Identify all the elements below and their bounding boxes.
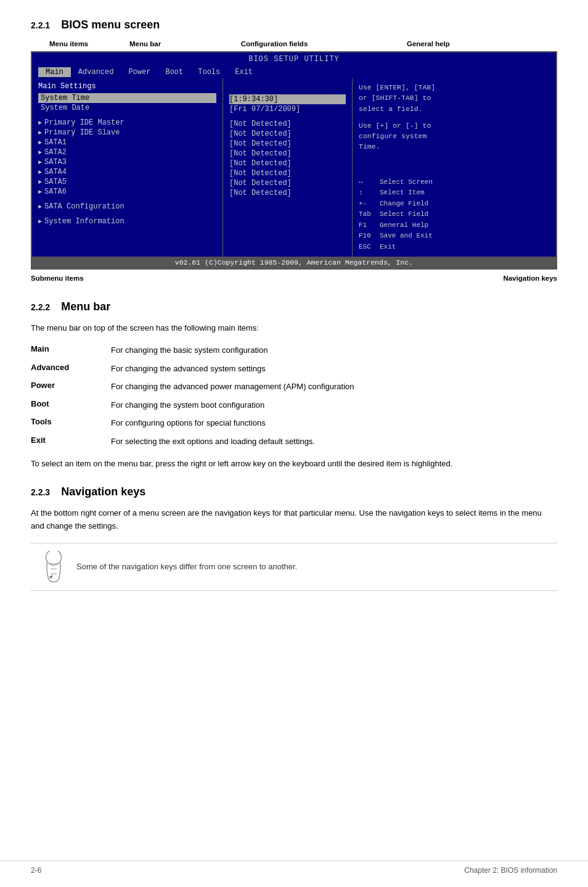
bios-item-system-info[interactable]: ► System Information [38, 217, 216, 226]
label-config-fields: Configuration fields [222, 40, 327, 47]
menu-label-exit: Exit [31, 432, 111, 451]
section-222-title: Menu bar [61, 300, 110, 313]
bios-item-sata3[interactable]: ► SATA3 [38, 157, 216, 167]
section-223-heading: 2.2.3 Navigation keys [31, 485, 557, 498]
section-223-title: Navigation keys [61, 485, 145, 498]
label-general-help: General help [407, 40, 481, 47]
bios-menu-advanced[interactable]: Advanced [71, 67, 121, 77]
bios-menu-tools[interactable]: Tools [190, 67, 227, 77]
diagram-bottom-labels: Submenu items Navigation keys [31, 274, 557, 282]
bios-menu-power[interactable]: Power [121, 67, 158, 77]
bios-menu-exit[interactable]: Exit [227, 67, 260, 77]
menu-bar-intro: The menu bar on top of the screen has th… [31, 322, 557, 334]
page-footer: 2-6 Chapter 2: BIOS information [0, 860, 588, 875]
footer-chapter: Chapter 2: BIOS information [464, 866, 557, 875]
arrow-icon: ► [38, 139, 42, 146]
footer-page-num: 2-6 [31, 866, 41, 875]
bios-help-text: Use [ENTER], [TAB] or [SHIFT-TAB] to sel… [359, 82, 550, 152]
table-row: Tools For configuring options for specia… [31, 414, 557, 432]
menu-label-tools: Tools [31, 414, 111, 432]
arrow-icon: ► [38, 189, 42, 196]
bios-footer: v02.61 (C)Copyright 1985-2009, American … [32, 257, 556, 268]
menu-label-advanced: Advanced [31, 360, 111, 378]
bios-menu-boot[interactable]: Boot [158, 67, 190, 77]
label-submenu-items: Submenu items [31, 274, 84, 282]
arrow-icon: ► [38, 218, 42, 225]
arrow-icon: ► [38, 149, 42, 156]
bios-title: BIOS SETUP UTILITY [248, 55, 340, 64]
arrow-icon: ► [38, 159, 42, 166]
bios-value-sata3: [Not Detected] [229, 159, 346, 168]
bios-value-ide-master: [Not Detected] [229, 119, 346, 129]
bios-content: Main Settings System Time System Date ► … [32, 78, 556, 257]
bios-value-ide-slave: [Not Detected] [229, 129, 346, 139]
bios-item-primary-ide-master[interactable]: ► Primary IDE Master [38, 118, 216, 128]
table-row: Boot For changing the system boot config… [31, 396, 557, 415]
section-223-num: 2.2.3 [31, 487, 50, 497]
bios-item-sata4[interactable]: ► SATA4 [38, 167, 216, 177]
bios-value-date[interactable]: [Fri 07/31/2009] [229, 104, 346, 114]
bios-item-sata1[interactable]: ► SATA1 [38, 138, 216, 147]
bios-item-system-time[interactable]: System Time [38, 93, 216, 103]
bios-item-system-date[interactable]: System Date [38, 103, 216, 113]
section-222-num: 2.2.2 [31, 302, 50, 312]
bios-item-label: System Time [41, 94, 89, 102]
note-text: Some of the navigation keys differ from … [76, 562, 297, 571]
diagram-top-labels: Menu items Menu bar Configuration fields… [31, 40, 557, 47]
bios-item-label: SATA2 [44, 148, 67, 157]
menu-desc-tools: For configuring options for special func… [111, 414, 557, 432]
svg-point-0 [46, 551, 62, 565]
bios-left-panel: Main Settings System Time System Date ► … [32, 78, 223, 257]
bios-title-bar: BIOS SETUP UTILITY [32, 52, 556, 66]
section-222: 2.2.2 Menu bar The menu bar on top of th… [31, 300, 557, 471]
section-221-title: BIOS menu screen [61, 19, 160, 31]
bios-value-sata4: [Not Detected] [229, 168, 346, 178]
table-row: Power For changing the advanced power ma… [31, 377, 557, 396]
menu-desc-boot: For changing the system boot configurati… [111, 396, 557, 415]
menu-label-power: Power [31, 377, 111, 396]
bios-item-label: SATA6 [44, 188, 67, 196]
bios-item-label: Primary IDE Master [44, 118, 125, 127]
bios-item-primary-ide-slave[interactable]: ► Primary IDE Slave [38, 128, 216, 138]
bios-item-sata2[interactable]: ► SATA2 [38, 147, 216, 157]
bios-item-label: System Date [41, 104, 89, 112]
label-menu-bar: Menu bar [129, 40, 185, 47]
bios-item-sata-config[interactable]: ► SATA Configuration [38, 202, 216, 212]
arrow-icon: ► [38, 130, 42, 136]
bios-value-sata1: [Not Detected] [229, 139, 346, 149]
note-pencil-icon [41, 551, 67, 583]
menu-table: Main For changing the basic system confi… [31, 341, 557, 450]
bios-item-label: SATA5 [44, 178, 67, 186]
section-221-num: 2.2.1 [31, 20, 50, 30]
bios-item-label: SATA Configuration [44, 202, 125, 211]
table-row: Advanced For changing the advanced syste… [31, 360, 557, 378]
label-menu-items: Menu items [49, 40, 117, 47]
menu-desc-advanced: For changing the advanced system setting… [111, 360, 557, 378]
bios-screen: BIOS SETUP UTILITY Main Advanced Power B… [31, 51, 557, 270]
arrow-icon: ► [38, 179, 42, 186]
bios-right-panel: Use [ENTER], [TAB] or [SHIFT-TAB] to sel… [353, 78, 556, 257]
bios-item-label: SATA3 [44, 158, 67, 167]
menu-desc-exit: For selecting the exit options and loadi… [111, 432, 557, 451]
bios-value-time[interactable]: [1:9:34:30] [229, 94, 346, 104]
menu-desc-main: For changing the basic system configurat… [111, 341, 557, 360]
bios-item-sata5[interactable]: ► SATA5 [38, 177, 216, 187]
arrow-icon: ► [38, 204, 42, 210]
bios-item-label: SATA4 [44, 168, 67, 176]
section-222-heading: 2.2.2 Menu bar [31, 300, 557, 313]
bios-menu-bar: Main Advanced Power Boot Tools Exit [32, 66, 556, 78]
table-row: Main For changing the basic system confi… [31, 341, 557, 360]
menu-label-main: Main [31, 341, 111, 360]
menu-desc-power: For changing the advanced power manageme… [111, 377, 557, 396]
bios-submenu-header: Main Settings [38, 82, 216, 91]
bios-nav-keys: ↔ Select Screen ↕ Select Item +- Change … [359, 177, 550, 253]
arrow-icon: ► [38, 120, 42, 126]
arrow-icon: ► [38, 169, 42, 176]
label-navigation-keys: Navigation keys [503, 274, 557, 282]
select-instruction: To select an item on the menu bar, press… [31, 458, 557, 471]
section-221-heading: 2.2.1 BIOS menu screen [31, 19, 557, 31]
bios-menu-main[interactable]: Main [38, 67, 71, 77]
bios-center-panel: [1:9:34:30] [Fri 07/31/2009] [Not Detect… [223, 78, 353, 257]
bios-item-sata6[interactable]: ► SATA6 [38, 187, 216, 197]
bios-item-label: System Information [44, 217, 125, 226]
